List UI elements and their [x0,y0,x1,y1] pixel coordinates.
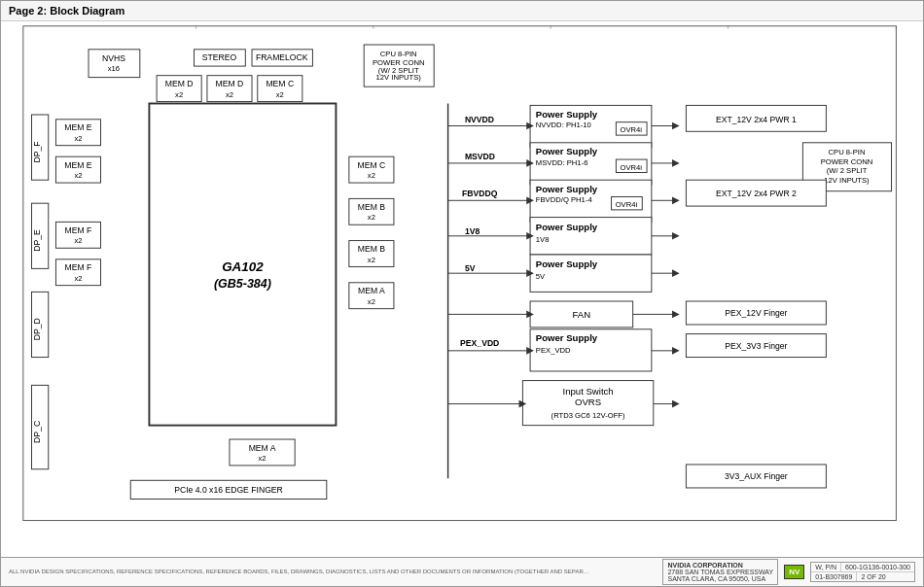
svg-text:1V8: 1V8 [465,226,480,236]
svg-text:OVR4i: OVR4i [616,200,638,209]
svg-text:MEM  A: MEM A [249,443,276,453]
svg-text:x2: x2 [74,171,82,180]
svg-rect-40 [258,76,302,102]
svg-text:FBVDDQ: FBVDDQ [462,189,498,198]
svg-rect-67 [530,105,652,147]
svg-text:MEM C: MEM C [266,79,294,88]
svg-rect-121 [686,465,826,488]
page: Page 2: Block Diagram NVHS x16 STEREO FR… [0,0,924,587]
svg-marker-144 [526,232,534,240]
svg-rect-78 [616,159,647,172]
svg-text:MEM  B: MEM B [358,244,386,254]
svg-text:EXT_12V 2x4 PWR 2: EXT_12V 2x4 PWR 2 [716,189,797,198]
svg-rect-84 [612,196,643,209]
svg-text:x2: x2 [259,454,267,463]
svg-text:x2: x2 [276,90,284,99]
svg-text:x2: x2 [74,274,82,283]
svg-text:5V: 5V [536,272,546,281]
svg-rect-45 [149,103,336,425]
svg-text:MEM  E: MEM E [64,122,92,132]
svg-rect-104 [522,381,653,426]
svg-text:MEM  A: MEM A [358,286,385,295]
svg-rect-20 [31,385,48,468]
svg-rect-25 [55,156,100,183]
svg-text:PEX_VDD: PEX_VDD [460,338,499,348]
svg-rect-28 [55,222,100,248]
svg-rect-0 [23,26,897,521]
svg-rect-7 [252,50,312,66]
svg-text:OVR4i: OVR4i [620,163,642,172]
svg-text:CPU 8-PIN: CPU 8-PIN [380,50,417,58]
svg-marker-147 [526,347,534,355]
svg-marker-143 [526,196,534,204]
svg-marker-124 [672,159,680,167]
svg-rect-9 [364,45,434,86]
svg-rect-75 [530,143,652,185]
svg-text:MEM  B: MEM B [358,202,386,212]
svg-text:MEM  F: MEM F [65,225,92,235]
svg-text:FAN: FAN [573,309,591,320]
svg-text:x2: x2 [74,134,82,143]
svg-rect-22 [55,120,100,146]
svg-text:(W/ 2 SPLIT: (W/ 2 SPLIT [378,66,419,75]
svg-rect-117 [686,301,826,325]
doc-rev: 01-B307869 [811,572,857,581]
svg-text:OVRS: OVRS [575,397,601,407]
svg-rect-119 [686,334,826,358]
page-title: Page 2: Block Diagram [9,5,124,17]
doc-size: W, P/N [811,563,841,571]
svg-rect-81 [530,180,652,222]
company-address: 2788 SAN TOMAS EXPRESSWAY [667,569,773,575]
doc-info-row2: 01-B307869 2 OF 20 [811,572,914,581]
svg-rect-2 [89,50,140,78]
svg-text:FRAMELOCK: FRAMELOCK [256,52,308,62]
svg-rect-14 [31,115,48,180]
svg-text:Input Switch: Input Switch [562,386,613,397]
svg-text:x2: x2 [368,256,375,264]
svg-text:(GB5-384): (GB5-384) [214,277,271,291]
svg-rect-43 [179,188,224,202]
svg-text:x2: x2 [368,213,375,222]
svg-text:1V8: 1V8 [536,235,550,244]
svg-rect-70 [616,122,647,135]
svg-text:(RTD3 GC6 12V-OFF): (RTD3 GC6 12V-OFF) [551,411,625,420]
svg-rect-16 [31,203,48,268]
svg-text:NVHS: NVHS [102,53,125,63]
svg-text:MEM  F: MEM F [65,262,92,272]
svg-text:GA102: GA102 [222,259,264,274]
svg-text:PEX_12V Finger: PEX_12V Finger [725,308,787,318]
svg-text:Power Supply: Power Supply [536,109,598,120]
svg-rect-108 [686,105,826,131]
svg-text:DP_D: DP_D [32,318,42,340]
svg-text:POWER CONN: POWER CONN [373,58,425,67]
svg-rect-96 [530,301,633,328]
svg-text:PCIe 4.0 x16 EDGE FINGER: PCIe 4.0 x16 EDGE FINGER [174,485,283,495]
svg-text:x2: x2 [368,297,375,306]
svg-rect-48 [349,156,394,183]
svg-text:(W/ 2 SPLIT: (W/ 2 SPLIT [827,166,868,175]
svg-marker-99 [672,311,680,319]
svg-text:NVAS x16: NVAS x16 [185,190,219,199]
svg-text:x16: x16 [108,64,120,73]
svg-text:MEM D: MEM D [165,79,194,88]
svg-rect-89 [530,218,652,255]
page-header: Page 2: Block Diagram [1,1,923,21]
svg-text:x2: x2 [226,90,233,99]
svg-text:3V3_AUX Finger: 3V3_AUX Finger [725,471,788,481]
svg-text:Power Supply: Power Supply [536,184,598,194]
svg-rect-37 [207,76,252,102]
svg-rect-93 [530,255,652,292]
doc-info-row1: W, P/N 600-1G136-0010-300 [811,563,914,572]
svg-rect-1 [28,29,178,46]
svg-marker-87 [672,196,680,204]
company-info: NVIDIA CORPORATION 2788 SAN TOMAS EXPRES… [662,559,778,585]
footer: ALL NVIDIA DESIGN SPECIFICATIONS, REFERE… [1,557,923,586]
svg-rect-34 [157,76,201,102]
svg-text:OVR4i: OVR4i [620,125,642,134]
svg-rect-60 [230,439,295,466]
svg-text:5V: 5V [465,263,476,273]
svg-text:x2: x2 [74,236,82,245]
svg-text:Power Supply: Power Supply [536,222,598,232]
svg-text:Power Supply: Power Supply [536,332,598,343]
svg-text:Power Supply: Power Supply [536,146,598,156]
